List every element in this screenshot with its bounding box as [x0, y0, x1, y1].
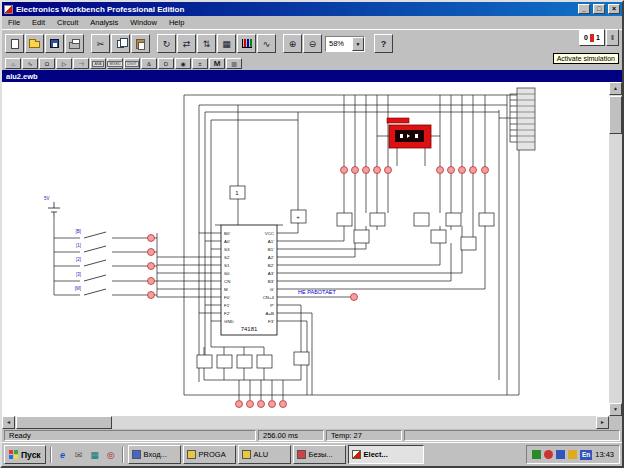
- probe-indicator[interactable]: [352, 167, 359, 174]
- logic-block[interactable]: [337, 213, 352, 226]
- menu-edit[interactable]: Edit: [32, 18, 45, 27]
- subcircuit-button[interactable]: ▦: [217, 34, 236, 53]
- zoom-in-button[interactable]: ⊕: [283, 34, 302, 53]
- maximize-button[interactable]: □: [593, 4, 605, 14]
- tray-icon[interactable]: [556, 450, 565, 459]
- copy-button[interactable]: [111, 34, 130, 53]
- horizontal-scroll-thumb[interactable]: [16, 416, 112, 429]
- simulation-power-switch[interactable]: 0 1: [579, 29, 605, 46]
- taskbar-button[interactable]: ALU: [238, 445, 291, 464]
- menu-analysis[interactable]: Analysis: [90, 18, 118, 27]
- parts-sources-button[interactable]: ∿: [22, 58, 38, 69]
- probe-indicator[interactable]: [258, 401, 265, 408]
- help-button[interactable]: ?: [374, 34, 393, 53]
- parts-basic-button[interactable]: Ω: [39, 58, 55, 69]
- tray-icon[interactable]: [544, 450, 553, 459]
- probe-indicator[interactable]: [148, 249, 155, 256]
- logic-block[interactable]: [237, 355, 252, 368]
- logic-block[interactable]: [370, 213, 385, 226]
- tray-icon[interactable]: [532, 450, 541, 459]
- probe-indicator[interactable]: [374, 167, 381, 174]
- zoom-out-button[interactable]: ⊖: [303, 34, 322, 53]
- probe-indicator[interactable]: [269, 401, 276, 408]
- logic-block[interactable]: [446, 213, 461, 226]
- scroll-right-button[interactable]: ►: [596, 416, 609, 429]
- start-button[interactable]: Пуск: [4, 445, 46, 464]
- properties-button[interactable]: ∿: [257, 34, 276, 53]
- parts-instruments-button[interactable]: ▥: [226, 58, 242, 69]
- parts-transistors-button[interactable]: ⊣: [73, 58, 89, 69]
- probe-indicator[interactable]: [280, 401, 287, 408]
- menu-help[interactable]: Help: [169, 18, 184, 27]
- parts-favorites-button[interactable]: ⌂: [5, 58, 21, 69]
- logic-block[interactable]: [461, 237, 476, 250]
- probe-indicator[interactable]: [148, 263, 155, 270]
- logic-block[interactable]: [414, 213, 429, 226]
- vertical-scrollbar[interactable]: ▲ ▼: [609, 82, 622, 416]
- probe-indicator[interactable]: [247, 401, 254, 408]
- logic-block[interactable]: [217, 355, 232, 368]
- probe-indicator[interactable]: [236, 401, 243, 408]
- probe-indicator[interactable]: [341, 167, 348, 174]
- probe-indicator[interactable]: [448, 167, 455, 174]
- scroll-down-button[interactable]: ▼: [609, 403, 622, 416]
- logic-block[interactable]: [431, 230, 446, 243]
- probe-indicator[interactable]: [437, 167, 444, 174]
- open-button[interactable]: [25, 34, 44, 53]
- pin-array-component[interactable]: [517, 88, 535, 150]
- parts-mixed-ics-button[interactable]: MIXED: [107, 58, 123, 69]
- parts-analog-ics-button[interactable]: ANA: [90, 58, 106, 69]
- new-button[interactable]: [5, 34, 24, 53]
- logic-block[interactable]: [197, 355, 212, 368]
- clock[interactable]: 13:43: [595, 450, 614, 459]
- vertical-scroll-thumb[interactable]: [609, 96, 622, 134]
- print-button[interactable]: [65, 34, 84, 53]
- parts-indicators-button[interactable]: ◉: [175, 58, 191, 69]
- close-button[interactable]: ×: [608, 4, 620, 14]
- chip-74181[interactable]: 74181 B0' A0' S3 S2 S1 S0 CN M F0' F1': [221, 225, 277, 335]
- switch-levers[interactable]: [84, 232, 106, 295]
- taskbar-button-active[interactable]: Elect...: [348, 445, 424, 464]
- probe-indicator[interactable]: [459, 167, 466, 174]
- simulation-pause-button[interactable]: ‖: [606, 29, 619, 46]
- quicklaunch-mail-icon[interactable]: ✉: [72, 447, 86, 462]
- cut-button[interactable]: ✂: [91, 34, 110, 53]
- scroll-up-button[interactable]: ▲: [609, 82, 622, 95]
- rotate-button[interactable]: ↻: [157, 34, 176, 53]
- quicklaunch-channels-icon[interactable]: ◎: [104, 447, 118, 462]
- quicklaunch-ie-icon[interactable]: e: [56, 447, 70, 462]
- flip-horizontal-button[interactable]: ⇄: [177, 34, 196, 53]
- parts-controls-button[interactable]: ±: [192, 58, 208, 69]
- schematic-canvas[interactable]: 5V [B] [1] [2] [3] [M]: [2, 82, 609, 416]
- logic-block[interactable]: [257, 355, 272, 368]
- chevron-down-icon[interactable]: ▼: [352, 37, 364, 51]
- taskbar-button[interactable]: PROGA: [183, 445, 236, 464]
- parts-digital-button[interactable]: D: [158, 58, 174, 69]
- probe-indicator[interactable]: [148, 292, 155, 299]
- scroll-left-button[interactable]: ◄: [2, 416, 15, 429]
- probe-indicator[interactable]: [148, 278, 155, 285]
- graphs-button[interactable]: [237, 34, 256, 53]
- red-display[interactable]: [387, 118, 431, 148]
- probe-indicator[interactable]: [385, 167, 392, 174]
- minimize-button[interactable]: _: [578, 4, 590, 14]
- parts-diodes-button[interactable]: ▷: [56, 58, 72, 69]
- horizontal-scrollbar[interactable]: ◄ ►: [2, 416, 609, 429]
- save-button[interactable]: [45, 34, 64, 53]
- taskbar-button[interactable]: Вход...: [128, 445, 181, 464]
- parts-logic-gates-button[interactable]: &: [141, 58, 157, 69]
- quicklaunch-desktop-icon[interactable]: ▦: [88, 447, 102, 462]
- paste-button[interactable]: [131, 34, 150, 53]
- document-titlebar[interactable]: alu2.ewb: [2, 70, 622, 82]
- logic-block[interactable]: [354, 230, 369, 243]
- probe-indicator[interactable]: [470, 167, 477, 174]
- language-indicator[interactable]: En: [580, 450, 592, 460]
- parts-misc-button[interactable]: M: [209, 58, 225, 69]
- menu-window[interactable]: Window: [130, 18, 157, 27]
- menu-circuit[interactable]: Circuit: [57, 18, 78, 27]
- probe-indicator[interactable]: [482, 167, 489, 174]
- flip-vertical-button[interactable]: ⇅: [197, 34, 216, 53]
- menu-file[interactable]: File: [8, 18, 20, 27]
- zoom-select[interactable]: 58% ▼: [325, 36, 365, 52]
- probe-indicator[interactable]: [148, 235, 155, 242]
